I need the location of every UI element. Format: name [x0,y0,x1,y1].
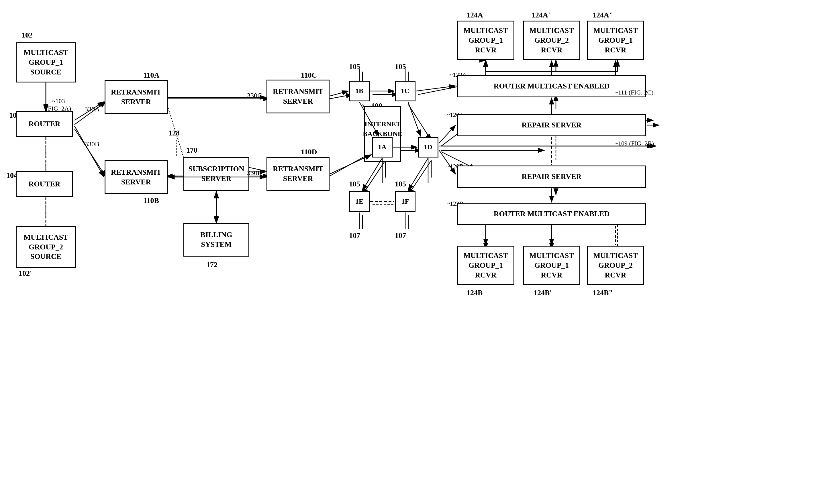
svg-line-17 [408,105,431,140]
svg-line-81 [439,125,455,143]
label-124B: 124B [467,289,483,297]
box-multicast-group1-source: MULTICASTGROUP_1SOURCE [16,42,76,82]
svg-line-56 [75,126,104,177]
box-mc-group1-rcvr-124Adbl: MULTICASTGROUP_1RCVR [587,21,644,60]
svg-line-19 [363,160,385,195]
label-102: 102 [21,31,33,40]
label-107-left: 107 [349,231,360,240]
label-110A: 110A [143,71,159,80]
label-110C: 110C [301,71,317,80]
label-124Bdbl: 124B" [593,289,613,297]
label-124A-prime: 124A' [532,11,550,19]
box-router-top: ROUTER [16,111,73,137]
box-retransmit-110A: RETRANSMITSERVER [105,80,168,114]
label-170: 170 [186,146,198,155]
svg-line-68 [408,102,421,136]
label-105-bottom-left: 105 [349,180,360,188]
label-124A: 124A [467,11,483,19]
box-node-1D: 1D [418,137,439,158]
label-105-bottom-right: 105 [395,180,406,188]
box-node-1B: 1B [349,81,370,101]
label-111: ~111 (FIG. 2C) [615,89,654,96]
detail-lines [0,0,835,504]
box-router-mc-122B: ROUTER MULTICAST ENABLED [457,203,646,225]
label-124Bprime: 124B' [533,289,552,297]
box-retransmit-110D: RETRANSMITSERVER [266,157,329,191]
box-node-1C: 1C [395,81,415,101]
box-node-1E: 1E [349,191,370,212]
label-103: ~103(FIG. 2A) [46,97,71,112]
svg-line-6 [75,102,106,125]
box-node-1F: 1F [395,191,415,212]
box-retransmit-110C: RETRANSMITSERVER [266,80,329,113]
label-105-top-right: 105 [395,62,406,71]
label-102prime: 102' [19,269,32,278]
svg-line-72 [408,158,428,191]
box-subscription-server: SUBSCRIPTIONSERVER [183,157,249,191]
connection-lines [0,0,835,504]
box-multicast-group2-source: MULTICASTGROUP_2SOURCE [16,226,76,268]
label-105-top-left: 105 [349,62,360,71]
box-router-bottom: ROUTER [16,171,73,197]
svg-line-20 [408,160,431,195]
label-330A: 330A [84,105,100,113]
box-billing-system: BILLINGSYSTEM [183,223,249,257]
svg-line-7 [75,129,106,177]
label-110B: 110B [143,196,159,205]
label-109: ~109 (FIG. 2B) [615,140,654,147]
box-mc-group1-rcvr-124Bprime: MULTICASTGROUP_1RCVR [523,246,580,285]
box-retransmit-110B: RETRANSMITSERVER [105,160,168,194]
box-mc-group1-rcvr-124B: MULTICASTGROUP_1RCVR [457,246,514,285]
box-repair-server-120B: REPAIR SERVER [457,166,646,188]
box-mc-group2-rcvr-124Aprime: MULTICASTGROUP_2RCVR [523,21,580,60]
label-124A-dbl: 124A" [593,11,613,19]
svg-line-82 [439,150,455,174]
label-110D: 110D [301,148,317,156]
svg-line-71 [362,158,382,191]
label-128: 128 [168,129,180,138]
svg-line-65 [330,91,348,96]
svg-line-80 [416,86,455,91]
box-repair-server-120A: REPAIR SERVER [457,114,646,136]
label-330D: 330D [247,169,262,177]
box-mc-group2-rcvr-124Bdbl: MULTICASTGROUP_2RCVR [587,246,644,285]
network-diagram: 102 MULTICASTGROUP_1SOURCE 104 ROUTER 10… [0,0,835,504]
label-330C: 330C [247,92,262,99]
label-330B: 330B [84,140,99,148]
label-107-right: 107 [395,231,406,240]
box-node-1A: 1A [372,137,392,158]
label-172: 172 [206,260,218,269]
box-mc-group1-rcvr-124A: MULTICASTGROUP_1RCVR [457,21,514,60]
